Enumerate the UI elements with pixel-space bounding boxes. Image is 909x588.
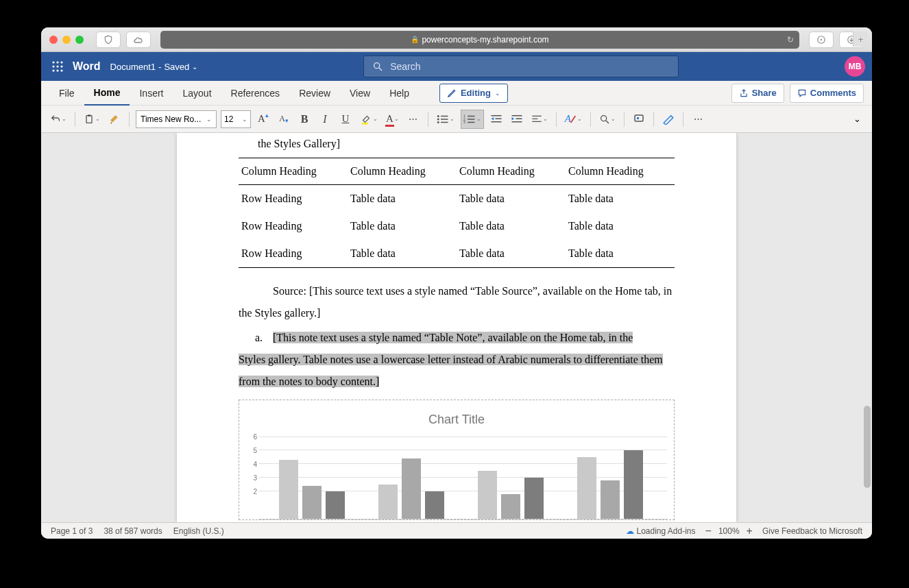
minimize-window-button[interactable] bbox=[62, 36, 71, 44]
svg-point-38 bbox=[601, 115, 607, 121]
align-button[interactable]: ⌄ bbox=[529, 110, 550, 129]
tab-references[interactable]: References bbox=[221, 81, 290, 106]
decrease-indent-button[interactable] bbox=[488, 110, 505, 129]
zoom-level[interactable]: 100% bbox=[718, 526, 740, 536]
table-source-text: Source: [This source text uses a style n… bbox=[239, 280, 675, 324]
find-button[interactable]: ⌄ bbox=[597, 110, 618, 129]
format-painter-button[interactable] bbox=[106, 110, 123, 129]
tab-view[interactable]: View bbox=[340, 81, 380, 106]
more-font-button[interactable]: ⋯ bbox=[405, 110, 422, 129]
feedback-link[interactable]: Give Feedback to Microsoft bbox=[762, 526, 862, 536]
comments-button[interactable]: Comments bbox=[790, 84, 864, 103]
font-size-select[interactable]: 12⌄ bbox=[221, 110, 251, 128]
tab-help[interactable]: Help bbox=[380, 81, 419, 106]
dictate-button[interactable] bbox=[631, 110, 647, 129]
svg-point-10 bbox=[56, 69, 58, 71]
status-bar: Page 1 of 3 38 of 587 words English (U.S… bbox=[41, 522, 872, 539]
chart-bar bbox=[624, 450, 643, 519]
svg-point-19 bbox=[437, 118, 439, 120]
svg-point-5 bbox=[60, 61, 62, 63]
scrollbar-thumb[interactable] bbox=[864, 406, 871, 488]
chart-bar-group bbox=[471, 471, 550, 519]
lock-icon: 🔒 bbox=[411, 36, 419, 43]
table-cell: Table data bbox=[457, 240, 566, 268]
share-button[interactable]: Share bbox=[731, 84, 784, 103]
align-left-icon bbox=[531, 114, 542, 124]
svg-point-9 bbox=[52, 69, 54, 71]
chart-bar bbox=[279, 460, 298, 519]
svg-point-11 bbox=[60, 69, 62, 71]
tab-file[interactable]: File bbox=[49, 81, 84, 106]
page-indicator[interactable]: Page 1 of 3 bbox=[51, 526, 93, 536]
svg-point-7 bbox=[56, 65, 58, 67]
highlight-button[interactable]: ⌄ bbox=[358, 110, 380, 129]
toolbar: ⌄ ⌄ Times New Ro...⌄ 12⌄ A▴ A▾ B I U ⌄ A… bbox=[41, 106, 872, 133]
svg-point-8 bbox=[60, 65, 62, 67]
zoom-in-button[interactable]: + bbox=[747, 525, 753, 537]
bullets-button[interactable]: ⌄ bbox=[435, 110, 457, 129]
comment-icon bbox=[797, 88, 807, 98]
table-header: Column Heading bbox=[457, 158, 566, 185]
user-avatar[interactable]: MB bbox=[845, 56, 865, 77]
document-title-button[interactable]: Document1 - Saved ⌄ bbox=[110, 62, 198, 72]
url-bar[interactable]: 🔒 powerconcepts-my.sharepoint.com ↻ bbox=[160, 31, 799, 49]
tab-home[interactable]: Home bbox=[84, 81, 130, 106]
designer-button[interactable] bbox=[660, 110, 677, 129]
table-row: Row HeadingTable dataTable dataTable dat… bbox=[239, 184, 675, 212]
grow-font-button[interactable]: A▴ bbox=[255, 110, 271, 129]
italic-button[interactable]: I bbox=[317, 110, 333, 129]
font-family-select[interactable]: Times New Ro...⌄ bbox=[136, 110, 217, 128]
numbering-button[interactable]: 123⌄ bbox=[461, 110, 484, 129]
document-table[interactable]: Column Heading Column Heading Column Hea… bbox=[239, 158, 675, 268]
icloud-tabs-button[interactable] bbox=[126, 32, 151, 48]
svg-point-4 bbox=[56, 61, 58, 63]
maximize-window-button[interactable] bbox=[75, 36, 84, 44]
waffle-icon bbox=[52, 61, 63, 72]
embedded-chart[interactable]: Chart Title 23456 bbox=[239, 400, 675, 520]
share-icon bbox=[739, 88, 749, 98]
undo-button[interactable]: ⌄ bbox=[48, 110, 69, 129]
table-cell: Table data bbox=[348, 212, 457, 240]
styles-button[interactable]: A⌄ bbox=[563, 110, 584, 129]
bold-button[interactable]: B bbox=[296, 110, 313, 129]
font-color-button[interactable]: A⌄ bbox=[384, 110, 401, 129]
editing-mode-button[interactable]: Editing ⌄ bbox=[439, 84, 508, 103]
table-cell: Table data bbox=[348, 184, 457, 212]
vertical-scrollbar[interactable] bbox=[862, 269, 871, 522]
reload-icon[interactable]: ↻ bbox=[787, 35, 794, 45]
increase-indent-button[interactable] bbox=[509, 110, 525, 129]
svg-point-21 bbox=[437, 121, 439, 123]
pen-icon bbox=[662, 114, 675, 125]
paste-button[interactable]: ⌄ bbox=[82, 110, 102, 129]
app-launcher-button[interactable] bbox=[48, 57, 67, 76]
word-count[interactable]: 38 of 587 words bbox=[104, 526, 162, 536]
browser-window: 🔒 powerconcepts-my.sharepoint.com ↻ + Wo… bbox=[41, 27, 872, 539]
language-indicator[interactable]: English (U.S.) bbox=[173, 526, 224, 536]
search-input[interactable]: Search bbox=[363, 56, 679, 77]
clipboard-icon bbox=[84, 113, 95, 125]
document-canvas[interactable]: the Styles Gallery] Column Heading Colum… bbox=[41, 133, 872, 522]
page[interactable]: the Styles Gallery] Column Heading Colum… bbox=[177, 133, 736, 522]
table-header: Column Heading bbox=[566, 158, 675, 185]
app-header: Word Document1 - Saved ⌄ Search MB bbox=[41, 52, 872, 81]
collapse-ribbon-button[interactable]: ⌄ bbox=[849, 114, 865, 124]
reader-button[interactable] bbox=[809, 32, 834, 48]
privacy-report-button[interactable] bbox=[96, 32, 121, 48]
zoom-out-button[interactable]: − bbox=[705, 525, 712, 537]
tab-review[interactable]: Review bbox=[289, 81, 340, 106]
more-commands-button[interactable]: ⋯ bbox=[690, 110, 706, 129]
new-tab-button[interactable]: + bbox=[853, 32, 868, 47]
dictate-icon bbox=[633, 113, 645, 125]
chart-bar-group bbox=[570, 450, 649, 519]
tab-layout[interactable]: Layout bbox=[173, 81, 221, 106]
svg-line-13 bbox=[379, 68, 382, 71]
app-name[interactable]: Word bbox=[73, 60, 101, 73]
numbering-icon: 123 bbox=[463, 114, 476, 124]
highlighter-icon bbox=[360, 113, 372, 125]
svg-rect-14 bbox=[86, 115, 92, 123]
tab-insert[interactable]: Insert bbox=[130, 81, 173, 106]
shrink-font-button[interactable]: A▾ bbox=[276, 110, 292, 129]
search-icon bbox=[599, 114, 610, 125]
close-window-button[interactable] bbox=[49, 36, 58, 44]
underline-button[interactable]: U bbox=[337, 110, 354, 129]
